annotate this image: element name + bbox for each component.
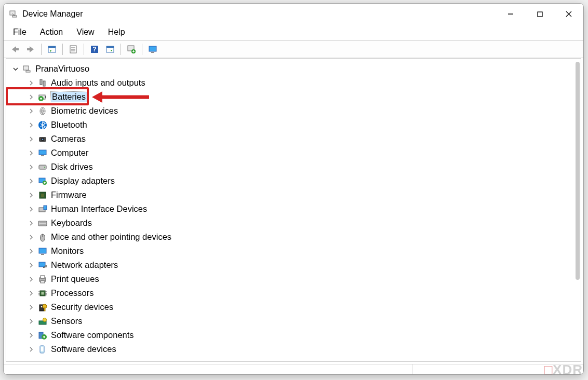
chevron-right-icon[interactable] [27,191,35,199]
softdev-icon [37,344,48,355]
help-button[interactable]: ? [87,43,102,56]
menubar: File Action View Help [4,24,583,40]
menu-file[interactable]: File [7,26,33,38]
titlebar: Device Manager [4,4,583,24]
tree-item-label: Firmware [51,190,87,200]
tree-item-label: Human Interface Devices [51,204,147,214]
tree-item-printer[interactable]: Print queues [9,272,572,286]
window-title: Device Manager [22,9,83,19]
svg-point-70 [41,306,43,307]
chevron-down-icon[interactable] [11,65,20,73]
add-hardware-button[interactable] [124,43,139,56]
camera-icon [37,134,48,144]
tree-item-label: Security devices [51,302,113,312]
chevron-right-icon[interactable] [27,345,35,354]
tree-item-label: Batteries [51,92,87,102]
tree-item-label: Print queues [51,274,99,284]
svg-rect-24 [151,52,154,53]
back-button[interactable] [8,43,22,56]
tree-item-firmware[interactable]: Firmware [9,188,572,202]
device-tree[interactable]: PranaVirtuosoAudio inputs and outputsBat… [9,62,572,361]
tree-item-label: Biometric devices [51,106,118,116]
scan-hardware-button[interactable] [103,43,117,56]
minimize-button[interactable] [496,4,525,24]
softcomp-icon [37,330,48,341]
tree-item-softdev[interactable]: Software devices [9,342,572,356]
tree-item-camera[interactable]: Cameras [9,132,572,146]
menu-view[interactable]: View [70,26,100,38]
biometric-icon [37,106,48,116]
menu-help[interactable]: Help [102,26,131,38]
chevron-right-icon[interactable] [27,303,35,311]
tree-item-label: Bluetooth [51,120,87,130]
svg-rect-27 [40,79,42,85]
show-hide-tree-button[interactable] [45,43,59,56]
tree-item-keyboard[interactable]: Keyboards [9,216,572,230]
statusbar-pane-1 [4,364,412,374]
printer-icon [37,274,48,284]
tree-item-label: Software components [51,330,134,340]
tree-item-battery[interactable]: Batteries [9,90,572,104]
svg-rect-60 [41,281,45,283]
toolbar-separator [84,44,84,55]
chevron-right-icon[interactable] [27,233,35,241]
tree-item-mouse[interactable]: Mice and other pointing devices [9,230,572,244]
chevron-right-icon[interactable] [27,247,35,255]
forward-button[interactable] [23,43,38,56]
chevron-right-icon[interactable] [27,317,35,325]
tree-item-softcomp[interactable]: Software components [9,328,572,342]
chevron-right-icon[interactable] [27,275,35,283]
chevron-right-icon[interactable] [27,135,35,143]
tree-item-bluetooth[interactable]: Bluetooth [9,118,572,132]
svg-rect-77 [41,347,44,351]
chevron-right-icon[interactable] [27,107,35,115]
properties-button[interactable] [66,43,81,56]
tree-item-audio[interactable]: Audio inputs and outputs [9,76,572,90]
tree-item-label: Sensors [51,316,83,326]
svg-rect-10 [48,46,56,48]
tree-item-label: Software devices [51,344,116,354]
tree-item-biometric[interactable]: Biometric devices [9,104,572,118]
scrollbar[interactable] [576,62,580,280]
tree-item-label: Display adapters [51,176,115,186]
chevron-right-icon[interactable] [27,93,35,101]
chevron-right-icon[interactable] [27,177,35,185]
chevron-right-icon[interactable] [27,79,35,87]
tree-item-label: Mice and other pointing devices [51,232,171,242]
chevron-right-icon[interactable] [27,121,35,129]
chevron-right-icon[interactable] [27,289,35,297]
tree-item-processor[interactable]: Processors [9,286,572,300]
computer-icon [37,148,48,158]
chevron-right-icon[interactable] [27,331,35,340]
chevron-right-icon[interactable] [27,261,35,269]
chevron-right-icon[interactable] [27,205,35,213]
tree-item-computer[interactable]: Computer [9,146,572,160]
toolbar-separator [41,44,42,55]
chevron-right-icon[interactable] [27,219,35,227]
svg-rect-25 [23,66,29,70]
tree-item-monitor[interactable]: Monitors [9,244,572,258]
close-button[interactable] [554,4,583,24]
menu-action[interactable]: Action [34,26,69,38]
tree-item-network[interactable]: Network adapters [9,258,572,272]
tree-item-security[interactable]: Security devices [9,300,572,314]
chevron-right-icon[interactable] [27,163,35,171]
svg-rect-30 [45,96,46,98]
svg-point-73 [43,318,47,321]
svg-rect-18 [106,46,114,48]
svg-rect-40 [41,155,44,156]
chevron-right-icon[interactable] [27,149,35,157]
svg-rect-4 [538,12,542,17]
maximize-button[interactable] [525,4,554,24]
network-icon [37,260,48,270]
svg-point-33 [41,108,44,114]
watermark: □XDR [544,362,583,378]
tree-root[interactable]: PranaVirtuoso [9,62,572,76]
tree-item-display[interactable]: Display adapters [9,174,572,188]
tree-item-sensor[interactable]: Sensors [9,314,572,328]
tree-item-hid[interactable]: Human Interface Devices [9,202,572,216]
svg-rect-71 [44,308,45,311]
remote-button[interactable] [145,43,160,56]
tree-item-disk[interactable]: Disk drives [9,160,572,174]
monitor-icon [37,246,48,256]
